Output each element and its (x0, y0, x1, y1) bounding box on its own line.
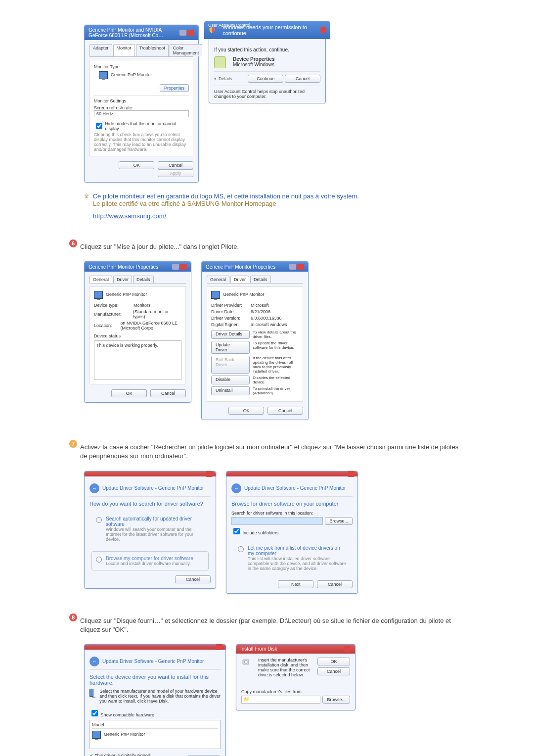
ok-button[interactable]: OK (228, 407, 264, 415)
select-device-dialog: ← Update Driver Software - Generic PnP M… (84, 644, 226, 756)
step-7-badge: 7 (69, 440, 77, 448)
driver-details-button[interactable]: Driver Details (211, 330, 250, 339)
ok-button[interactable]: OK (119, 161, 154, 169)
wizard-instr: Select the manufacturer and model of you… (99, 689, 221, 704)
monitor-settings-label: Monitor Settings (94, 98, 189, 103)
close-icon[interactable] (180, 264, 187, 270)
cancel-button[interactable]: Cancel (317, 667, 350, 675)
tab-general[interactable]: General (207, 276, 229, 283)
tab-driver[interactable]: Driver (230, 276, 249, 283)
expand-icon[interactable]: ▾ (214, 76, 217, 81)
model-header: Model (92, 722, 218, 729)
device-status-box: This device is working properly. (94, 340, 181, 380)
rollback-button[interactable]: Roll Back Driver (211, 356, 250, 374)
cancel-button[interactable]: Cancel (317, 580, 353, 588)
samsung-link[interactable]: http://www.samsung.com/ (93, 212, 166, 220)
monitor-name: Generic PnP Monitor (106, 292, 147, 297)
location-input[interactable] (231, 517, 323, 525)
close-icon[interactable] (320, 27, 326, 33)
refresh-select[interactable]: 60 Hertz (94, 110, 189, 117)
tab-general[interactable]: General (89, 276, 112, 283)
tab-colormgmt[interactable]: Color Management (170, 44, 203, 56)
update-driver-button[interactable]: Update Driver... (211, 341, 250, 354)
update-driver-wizard-1: ← Update Driver Software - Generic PnP M… (84, 471, 216, 589)
monitor-icon (211, 291, 220, 299)
copy-path-input[interactable]: 📁 (241, 696, 320, 704)
close-icon[interactable] (297, 264, 304, 270)
hide-modes-note: Clearing this check box allows you to se… (94, 132, 189, 152)
note-icon: ※ (84, 192, 89, 199)
back-icon[interactable]: ← (89, 657, 99, 666)
close-icon[interactable] (216, 644, 222, 650)
cancel-button[interactable]: Cancel (267, 407, 303, 415)
wizard-breadcrumb: Update Driver Software - Generic PnP Mon… (244, 485, 346, 491)
tab-monitor[interactable]: Monitor (113, 44, 135, 56)
tab-troubleshoot[interactable]: Troubleshoot (136, 44, 169, 56)
browse-computer-option[interactable]: Browse my computer for driver softwareLo… (91, 551, 209, 570)
monitor-icon (89, 689, 93, 697)
back-icon[interactable]: ← (231, 483, 241, 493)
cancel-button[interactable]: Cancel (158, 161, 193, 169)
show-compatible-checkbox[interactable] (91, 710, 98, 716)
svg-point-1 (244, 661, 247, 663)
uac-device-props: Device Properties (233, 56, 275, 62)
refresh-label: Screen refresh rate: (94, 105, 189, 110)
properties-button[interactable]: Properties (160, 84, 189, 92)
ok-button[interactable]: OK (317, 658, 350, 665)
uac-footer: User Account Control helps stop unauthor… (214, 89, 320, 99)
update-driver-wizard-2: ← Update Driver Software - Generic PnP M… (226, 471, 358, 594)
minimize-icon[interactable] (172, 264, 179, 270)
tab-details[interactable]: Details (133, 276, 154, 283)
device-icon (214, 56, 226, 68)
generic-pnp-driver-dialog: Generic PnP Monitor Properties General D… (201, 261, 309, 420)
ok-button[interactable]: OK (111, 389, 147, 397)
tab-driver[interactable]: Driver (113, 276, 132, 283)
note-line1: Ce pilote moniteur est en garantie du lo… (93, 192, 359, 200)
monitor-icon (94, 291, 103, 299)
disk-icon (241, 658, 250, 666)
tab-details[interactable]: Details (250, 276, 271, 283)
radio-icon (238, 546, 244, 552)
back-icon[interactable]: ← (89, 483, 99, 493)
step-6-badge: 6 (69, 239, 77, 247)
monitor-name: Generic PnP Monitor (223, 292, 264, 297)
close-icon[interactable] (187, 30, 194, 36)
uac-title: User Account Control (208, 23, 250, 28)
pick-list-option[interactable]: Let me pick from a list of device driver… (233, 541, 351, 575)
continue-button[interactable]: Continue (248, 75, 283, 83)
uac-details[interactable]: Details (219, 76, 232, 81)
browse-button[interactable]: Browse... (322, 696, 350, 704)
wizard-breadcrumb: Update Driver Software - Generic PnP Mon… (102, 659, 204, 664)
search-label: Search for driver software in this locat… (231, 511, 353, 516)
step-7-text: Activez la case à cocher "Rechercher un … (80, 443, 465, 461)
browse-button[interactable]: Browse... (325, 517, 353, 525)
disk-instr: Insert the manufacturer's installation d… (258, 658, 313, 677)
uac-dialog: User Account Control Windows needs your … (209, 25, 326, 103)
model-item[interactable]: Generic PnP Monitor (104, 732, 145, 737)
close-icon[interactable] (348, 471, 355, 477)
hide-modes-label: Hide modes that this monitor cannot disp… (105, 121, 184, 131)
search-auto-option[interactable]: Search automatically for updated driver … (91, 512, 209, 546)
tab-adapter[interactable]: Adapter (89, 44, 112, 56)
note-line2: Le pilote certifié va etre affiché à SAM… (93, 200, 276, 207)
apply-button[interactable]: Apply (158, 169, 193, 177)
monitor-name: Generic PnP Monitor (111, 72, 152, 77)
disable-button[interactable]: Disable (211, 376, 250, 384)
include-subfolders-checkbox[interactable] (233, 528, 240, 534)
cancel-button[interactable]: Cancel (175, 575, 211, 583)
minimize-icon[interactable] (179, 30, 186, 36)
cancel-button[interactable]: Cancel (150, 389, 186, 397)
minimize-icon[interactable] (289, 264, 296, 270)
cancel-button[interactable]: Cancel (285, 75, 320, 83)
dialog-title: Generic PnP Monitor Properties (206, 264, 275, 270)
close-icon[interactable] (206, 471, 213, 477)
uninstall-button[interactable]: Uninstall (211, 386, 250, 395)
next-button[interactable]: Next (278, 580, 313, 588)
dialog-title: Generic PnP Monitor Properties (89, 264, 158, 270)
close-icon[interactable] (344, 646, 351, 652)
step-8-text: Cliquez sur "Disque fourni…" et sélectio… (80, 616, 465, 634)
radio-icon (96, 557, 102, 563)
uac-ms-windows: Microsoft Windows (233, 62, 275, 67)
wizard-heading: Select the device driver you want to ins… (89, 674, 221, 686)
hide-modes-checkbox[interactable] (96, 123, 102, 129)
